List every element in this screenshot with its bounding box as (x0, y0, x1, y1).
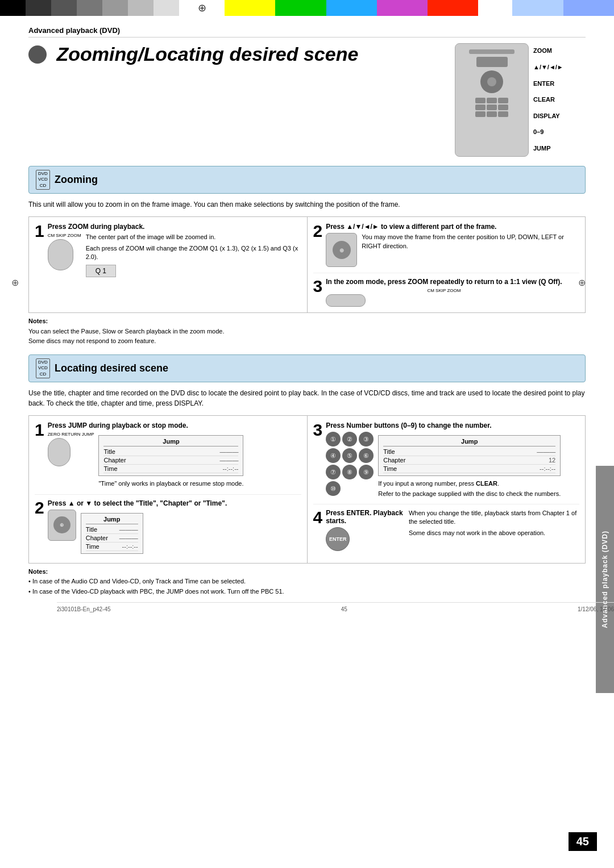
locating-description: Use the title, chapter and time recorded… (28, 388, 586, 408)
num-btn-7: ⑦ (326, 465, 341, 479)
zoom-steps-23: 2 Press ▲/▼/◄/► to view a different part… (308, 217, 586, 312)
footer-left: 2i30101B-En_p42-45 (57, 606, 111, 612)
remote-label-09: 0–9 (533, 127, 563, 137)
zoom-step2-icon: ⊕ (326, 233, 357, 267)
locating-section: DVDVCDCD Locating desired scene Use the … (28, 354, 586, 596)
footer: 2i30101B-En_p42-45 45 1/12/06, 17.06 (57, 602, 614, 612)
locating-step3-note2: Refer to the package supplied with the d… (378, 490, 561, 498)
locating-bottom-notes: Notes: • In case of the Audio CD and Vid… (28, 567, 586, 597)
zoom-step1-number: 1 (35, 223, 44, 240)
zooming-description: This unit will allow you to zoom in on t… (28, 199, 586, 210)
locating-step4: 4 Press ENTER. Playback starts. ENTER Wh… (313, 504, 580, 553)
header-title: Advanced playback (DVD) (28, 26, 120, 35)
locating-step2-icon: ⊕ (48, 510, 76, 541)
num-btn-4: ④ (326, 448, 341, 463)
number-buttons-grid: ① ② ③ ④ ⑤ ⑥ ⑦ ⑧ ⑨ ⑩ (326, 432, 374, 496)
zoom-step3-title: In the zoom mode, press ZOOM repeatedly … (326, 278, 562, 286)
zoom-step3: 3 In the zoom mode, press ZOOM repeatedl… (313, 273, 580, 307)
locating-section-header: DVDVCDCD Locating desired scene (28, 354, 586, 382)
zooming-section: DVDVCDCD Zooming This unit will allow yo… (28, 166, 586, 347)
remote-label-clear: CLEAR (533, 95, 563, 105)
locating-step3: 3 Press Number buttons (0–9) to change t… (313, 422, 580, 498)
zoom-step3-number: 3 (313, 278, 323, 295)
zooming-notes-title: Notes: (28, 318, 48, 324)
locating-step3-jump-table: Jump Title ——— Chapter 12 (378, 435, 561, 476)
locating-title: Locating desired scene (55, 362, 168, 374)
jt2-row-title: Title ——— (86, 525, 138, 534)
locating-step2-jump-table: Jump Title ——— Chapter ——— (81, 513, 143, 554)
jt3-row-time: Time --:--:-- (383, 465, 555, 473)
locating-note-2: • In case of the Video-CD playback with … (28, 587, 586, 597)
num-btn-2: ② (342, 432, 357, 446)
crosshair-left: ⊕ (11, 277, 19, 288)
remote-label-jump: JUMP (533, 144, 563, 154)
num-btn-10: ⑩ (326, 481, 341, 496)
locating-step1-number: 1 (35, 422, 44, 439)
footer-right: 1/12/06, 17.06 (578, 606, 614, 612)
remote-label-zoom: ZOOM (533, 46, 563, 56)
zoom-step1-desc1: The center part of the image will be zoo… (86, 233, 301, 241)
locating-step1-title: Press JUMP during playback or stop mode. (48, 422, 244, 429)
remote-illustration (455, 43, 529, 157)
num-btn-1: ① (326, 432, 341, 446)
footer-center: 45 (341, 606, 347, 612)
remote-diagram: ZOOM ▲/▼/◄/► ENTER CLEAR DISPLAY 0–9 JUM… (455, 43, 586, 157)
locating-step1: 1 Press JUMP during playback or stop mod… (35, 422, 301, 488)
locating-step4-title: Press ENTER. Playback starts. (326, 509, 404, 525)
num-btn-6: ⑥ (359, 448, 374, 463)
remote-label-enter: ENTER (533, 79, 563, 89)
top-color-bar: ⊕ (0, 0, 614, 16)
crosshair-right: ⊕ (578, 277, 586, 288)
locating-step3-title: Press Number buttons (0–9) to change the… (326, 422, 579, 429)
main-title-container: Zooming/Locating desired scene (28, 43, 358, 65)
locating-step4-number: 4 (313, 509, 323, 526)
clear-label: CLEAR (476, 480, 497, 487)
zooming-notes: Notes: You can select the Pause, Slow or… (28, 316, 586, 347)
title-bullet (28, 45, 47, 64)
zoom-step2: 2 Press ▲/▼/◄/► to view a different part… (313, 223, 580, 267)
locating-step2-title: Press ▲ or ▼ to select the "Title", "Cha… (48, 499, 227, 507)
jt2-title: Jump (86, 516, 138, 524)
locating-step3-note1: If you input a wrong number, press CLEAR… (378, 479, 561, 488)
locating-step2-number: 2 (35, 499, 44, 516)
zoom-step2-desc: You may move the frame from the center p… (362, 233, 579, 267)
remote-label-display: DISPLAY (533, 111, 563, 122)
enter-icon-label: ENTER (329, 536, 347, 542)
zoom-step1: 1 Press ZOOM during playback. CM SKIP ZO… (29, 217, 308, 312)
zooming-title: Zooming (55, 174, 98, 186)
zooming-badge: DVDVCDCD (36, 170, 50, 190)
locating-step1-note: "Time" only works in playback or resume … (98, 479, 243, 488)
zoom-q1-display: Q 1 (86, 265, 116, 277)
zoom-step1-title: Press ZOOM during playback. (48, 223, 301, 231)
page-number: 45 (569, 832, 597, 851)
zoom-step1-icon: CM SKIP ZOOM (48, 233, 81, 270)
jt1-row-time: Time --:--:-- (103, 465, 238, 473)
jt3-row-chapter: Chapter 12 (383, 456, 555, 465)
main-title-row: Zooming/Locating desired scene (28, 43, 586, 157)
zoom-step1-desc2: Each press of ZOOM will change the ZOOM … (86, 244, 301, 262)
jt1-row-chapter: Chapter ——— (103, 456, 238, 465)
main-title: Zooming/Locating desired scene (28, 43, 358, 65)
zoom-icon-label: CM SKIP ZOOM (48, 233, 81, 238)
remote-label-arrows: ▲/▼/◄/► (533, 62, 563, 73)
zoom-step3-icon-label: CM SKIP ZOOM (326, 288, 562, 293)
locating-badge: DVDVCDCD (36, 358, 50, 378)
locating-step1-icon: ZERO RETURN JUMP (48, 432, 94, 466)
page-header: Advanced playback (DVD) (28, 22, 586, 37)
locating-note-1: • In case of the Audio CD and Video-CD, … (28, 577, 586, 587)
zooming-note-2: Some discs may not respond to zoom featu… (28, 336, 586, 347)
num-btn-9: ⑨ (359, 465, 374, 479)
zooming-section-header: DVDVCDCD Zooming (28, 166, 586, 194)
num-btn-8: ⑧ (342, 465, 357, 479)
locating-steps-container: 1 Press JUMP during playback or stop mod… (28, 415, 586, 563)
jt3-title: Jump (383, 438, 555, 446)
zooming-steps-row: 1 Press ZOOM during playback. CM SKIP ZO… (28, 216, 586, 313)
jt1-row-title: Title ——— (103, 448, 238, 456)
num-btn-5: ⑤ (342, 448, 357, 463)
locating-step4-note2: Some discs may not work in the above ope… (409, 529, 579, 537)
locating-left-col: 1 Press JUMP during playback or stop mod… (29, 416, 308, 562)
zoom-step2-number: 2 (313, 223, 323, 240)
locating-step1-icon-label: ZERO RETURN JUMP (48, 432, 94, 437)
jt2-row-chapter: Chapter ——— (86, 534, 138, 542)
zoom-step3-icon (326, 294, 366, 307)
